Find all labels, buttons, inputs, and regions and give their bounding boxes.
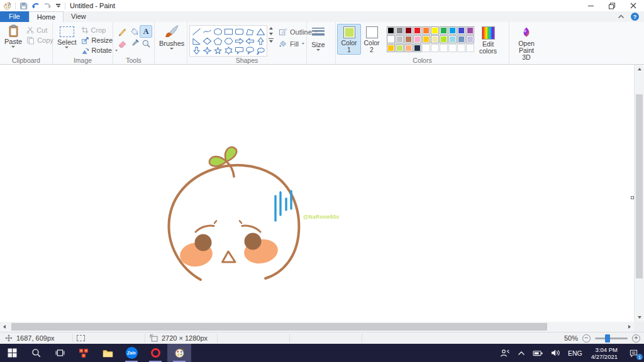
tab-home[interactable]: Home — [29, 11, 64, 22]
paste-button[interactable]: Paste — [2, 24, 25, 48]
palette-swatch[interactable] — [387, 26, 395, 35]
palette-swatch[interactable] — [413, 26, 421, 35]
palette-swatch[interactable] — [396, 35, 404, 43]
rounded-rectangle-shape[interactable] — [234, 27, 244, 36]
horizontal-scrollbar-thumb[interactable] — [11, 323, 547, 331]
action-center-button[interactable]: 1 — [623, 344, 644, 362]
hexagon-shape[interactable] — [223, 36, 233, 45]
color-picker-tool[interactable] — [128, 38, 140, 49]
curve-shape[interactable] — [202, 27, 212, 36]
scroll-up-arrow[interactable] — [635, 65, 644, 74]
zoom-slider[interactable] — [595, 337, 628, 339]
zalo-button[interactable]: Zalo — [119, 344, 143, 362]
palette-swatch[interactable] — [422, 26, 430, 35]
tab-file[interactable]: File — [0, 11, 29, 22]
battery-icon[interactable] — [529, 344, 547, 362]
pinned-app-tiles[interactable] — [72, 344, 96, 362]
polygon-shape[interactable] — [245, 27, 255, 36]
four-point-star-shape[interactable] — [202, 46, 212, 55]
fill-tool[interactable] — [128, 26, 140, 37]
rectangle-shape[interactable] — [223, 27, 233, 36]
palette-swatch[interactable] — [466, 35, 474, 43]
palette-swatch[interactable] — [396, 26, 404, 35]
color2-button[interactable]: Color 2 — [360, 25, 383, 54]
up-arrow-shape[interactable] — [255, 36, 265, 45]
right-triangle-shape[interactable] — [191, 36, 201, 45]
palette-swatch[interactable] — [457, 35, 465, 43]
palette-swatch-empty[interactable] — [431, 44, 439, 52]
language-indicator[interactable]: ENG — [564, 344, 586, 362]
oval-shape[interactable] — [213, 27, 223, 36]
palette-swatch-empty[interactable] — [466, 44, 474, 52]
palette-swatch-empty[interactable] — [457, 44, 465, 52]
palette-swatch[interactable] — [448, 26, 457, 35]
restore-button[interactable] — [601, 0, 623, 11]
pentagon-shape[interactable] — [213, 36, 223, 45]
brushes-button[interactable]: Brushes — [157, 24, 187, 50]
scroll-left-arrow[interactable] — [0, 322, 9, 332]
zoom-slider-thumb[interactable] — [605, 334, 610, 343]
line-shape[interactable] — [191, 27, 201, 36]
shapes-overflow-button[interactable] — [269, 38, 274, 43]
horizontal-scrollbar[interactable] — [0, 322, 634, 332]
copy-button[interactable]: Copy — [25, 35, 55, 45]
palette-swatch-empty[interactable] — [448, 44, 457, 52]
palette-swatch-empty[interactable] — [440, 44, 448, 52]
zoom-in-button[interactable] — [632, 334, 640, 343]
palette-swatch[interactable] — [404, 26, 413, 35]
people-icon[interactable] — [496, 344, 514, 362]
palette-swatch[interactable] — [396, 44, 404, 52]
magnifier-tool[interactable] — [140, 38, 152, 49]
file-explorer-button[interactable] — [96, 344, 119, 362]
cloud-callout-shape[interactable] — [255, 46, 265, 55]
cut-button[interactable]: Cut — [25, 25, 55, 35]
palette-swatch[interactable] — [431, 35, 439, 43]
customize-qat-button[interactable] — [55, 3, 61, 9]
diamond-shape[interactable] — [202, 36, 212, 45]
canvas[interactable]: @NaRone50s — [0, 65, 634, 322]
down-arrow-shape[interactable] — [191, 46, 201, 55]
palette-swatch[interactable] — [440, 35, 448, 43]
select-button[interactable]: Select — [55, 24, 79, 49]
left-arrow-shape[interactable] — [245, 36, 255, 45]
palette-swatch[interactable] — [448, 35, 457, 43]
eraser-tool[interactable] — [116, 38, 128, 49]
help-icon[interactable] — [631, 13, 639, 21]
hidden-icons-chevron[interactable] — [514, 344, 529, 362]
palette-swatch[interactable] — [466, 26, 474, 35]
palette-swatch[interactable] — [404, 44, 413, 52]
minimize-button[interactable] — [580, 0, 601, 11]
canvas-resize-handle[interactable] — [631, 196, 634, 199]
task-view-button[interactable] — [48, 344, 72, 362]
triangle-shape[interactable] — [255, 27, 265, 36]
rounded-callout-shape[interactable] — [234, 46, 244, 55]
palette-swatch[interactable] — [422, 35, 430, 43]
text-tool[interactable] — [140, 26, 152, 37]
search-button[interactable] — [24, 344, 48, 362]
palette-swatch[interactable] — [440, 26, 448, 35]
undo-button[interactable] — [31, 2, 40, 9]
size-button[interactable]: Size — [309, 24, 328, 52]
oval-callout-shape[interactable] — [245, 46, 255, 55]
open-paint3d-button[interactable]: Open Paint 3D — [511, 25, 541, 61]
opera-button[interactable] — [143, 344, 167, 362]
save-button[interactable] — [19, 2, 28, 10]
palette-swatch[interactable] — [413, 44, 421, 52]
scroll-down-icon[interactable] — [269, 33, 273, 35]
close-button[interactable] — [623, 0, 644, 11]
scroll-down-arrow[interactable] — [635, 313, 644, 322]
scroll-right-arrow[interactable] — [625, 322, 634, 332]
palette-swatch[interactable] — [404, 35, 413, 43]
six-point-star-shape[interactable] — [223, 46, 233, 55]
redo-button[interactable] — [43, 2, 52, 9]
collapse-ribbon-button[interactable] — [618, 14, 625, 19]
right-arrow-shape[interactable] — [234, 36, 244, 45]
palette-swatch[interactable] — [431, 26, 439, 35]
pencil-tool[interactable] — [116, 26, 128, 37]
speaker-icon[interactable] — [547, 344, 564, 362]
zoom-out-button[interactable] — [582, 334, 591, 343]
tab-view[interactable]: View — [64, 11, 94, 22]
palette-swatch[interactable] — [387, 35, 395, 43]
clock[interactable]: 3:04 PM 4/27/2021 — [586, 344, 623, 362]
palette-swatch-empty[interactable] — [422, 44, 430, 52]
